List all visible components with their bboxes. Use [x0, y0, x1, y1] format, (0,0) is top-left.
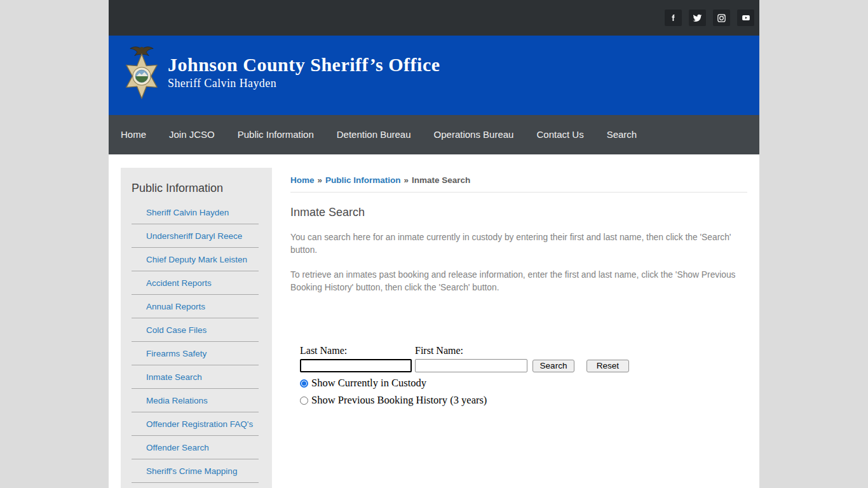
nav-item-operations-bureau[interactable]: Operations Bureau — [423, 115, 526, 154]
form-label-row: Last Name: First Name: — [300, 345, 747, 356]
youtube-button[interactable] — [737, 10, 754, 26]
instagram-button[interactable] — [713, 10, 730, 26]
site-subtitle: Sheriff Calvin Hayden — [168, 77, 440, 90]
first-name-label: First Name: — [415, 345, 530, 356]
breadcrumb-public-information-link[interactable]: Public Information — [325, 175, 401, 185]
form-field-row: Search Reset — [300, 359, 747, 372]
twitter-button[interactable] — [689, 10, 706, 26]
search-button[interactable]: Search — [532, 360, 574, 372]
sidebar-item-cold-case-files[interactable]: Cold Case Files — [132, 318, 259, 342]
top-social-bar — [109, 0, 759, 36]
sheriff-badge-logo — [119, 44, 164, 107]
nav-item-public-information[interactable]: Public Information — [226, 115, 325, 154]
radio-row-previous-booking-history: Show Previous Booking History (3 years) — [300, 394, 747, 407]
radio-row-currently-in-custody: Show Currently in Custody — [300, 377, 747, 390]
last-name-label: Last Name: — [300, 345, 415, 356]
sidebar-item-inmate-search[interactable]: Inmate Search — [132, 365, 259, 389]
youtube-icon — [741, 13, 751, 22]
breadcrumb-home-link[interactable]: Home — [290, 175, 315, 185]
nav-item-detention-bureau[interactable]: Detention Bureau — [325, 115, 423, 154]
instagram-icon — [717, 13, 726, 23]
twitter-icon — [693, 13, 702, 23]
sidebar-item-media-relations[interactable]: Media Relations — [132, 389, 259, 412]
sidebar-item-accident-reports[interactable]: Accident Reports — [132, 271, 259, 295]
breadcrumb-separator: » — [404, 175, 409, 185]
inmate-search-form: Last Name: First Name: Search Reset Show… — [300, 345, 747, 407]
main-navigation: Home Join JCSO Public Information Detent… — [109, 115, 759, 154]
intro-paragraph-2: To retrieve an inmates past booking and … — [290, 269, 745, 294]
previous-booking-history-label: Show Previous Booking History (3 years) — [311, 394, 487, 407]
main-column: Home»Public Information»Inmate Search In… — [272, 154, 759, 488]
sidebar-item-annual-reports[interactable]: Annual Reports — [132, 295, 259, 318]
sidebar-item-sheriff-calvin-hayden[interactable]: Sheriff Calvin Hayden — [132, 201, 259, 224]
nav-item-join-jcso[interactable]: Join JCSO — [158, 115, 226, 154]
breadcrumb-current-page: Inmate Search — [412, 175, 470, 185]
masthead-text: Johnson County Sheriff’s Office Sheriff … — [168, 54, 440, 90]
sidebar-item-undersheriff-daryl-reece[interactable]: Undersheriff Daryl Reece — [132, 224, 259, 248]
sidebar-item-chief-deputy-mark-leisten[interactable]: Chief Deputy Mark Leisten — [132, 248, 259, 271]
content-area: Public Information Sheriff Calvin Hayden… — [109, 154, 759, 488]
page-title: Inmate Search — [290, 206, 747, 219]
breadcrumb-separator: » — [318, 175, 323, 185]
sidebar-item-offender-registration-faqs[interactable]: Offender Registration FAQ's — [132, 412, 259, 436]
facebook-icon — [669, 13, 678, 22]
page-container: Johnson County Sheriff’s Office Sheriff … — [109, 0, 759, 488]
nav-item-home[interactable]: Home — [109, 115, 158, 154]
sidebar-title: Public Information — [121, 182, 272, 195]
nav-item-contact-us[interactable]: Contact Us — [525, 115, 595, 154]
public-information-sidebar: Public Information Sheriff Calvin Hayden… — [121, 168, 272, 488]
facebook-button[interactable] — [665, 10, 682, 26]
masthead: Johnson County Sheriff’s Office Sheriff … — [109, 36, 759, 115]
sidebar-item-sheriffs-crime-mapping[interactable]: Sheriff's Crime Mapping — [132, 459, 259, 483]
sidebar-item-offender-search[interactable]: Offender Search — [132, 436, 259, 459]
breadcrumb: Home»Public Information»Inmate Search — [290, 175, 747, 193]
sidebar-item-firearms-safety[interactable]: Firearms Safety — [132, 342, 259, 365]
nav-item-search[interactable]: Search — [595, 115, 649, 154]
reset-button[interactable]: Reset — [587, 360, 629, 372]
previous-booking-history-radio[interactable] — [300, 396, 308, 405]
intro-paragraph-1: You can search here for an inmate curren… — [290, 231, 745, 257]
site-title: Johnson County Sheriff’s Office — [168, 54, 440, 75]
currently-in-custody-label: Show Currently in Custody — [311, 377, 426, 390]
last-name-input[interactable] — [300, 359, 412, 372]
first-name-input[interactable] — [415, 359, 527, 372]
currently-in-custody-radio[interactable] — [300, 379, 308, 388]
sidebar-item-sheriffs-office-history[interactable]: Sheriff's Office History — [132, 483, 259, 488]
